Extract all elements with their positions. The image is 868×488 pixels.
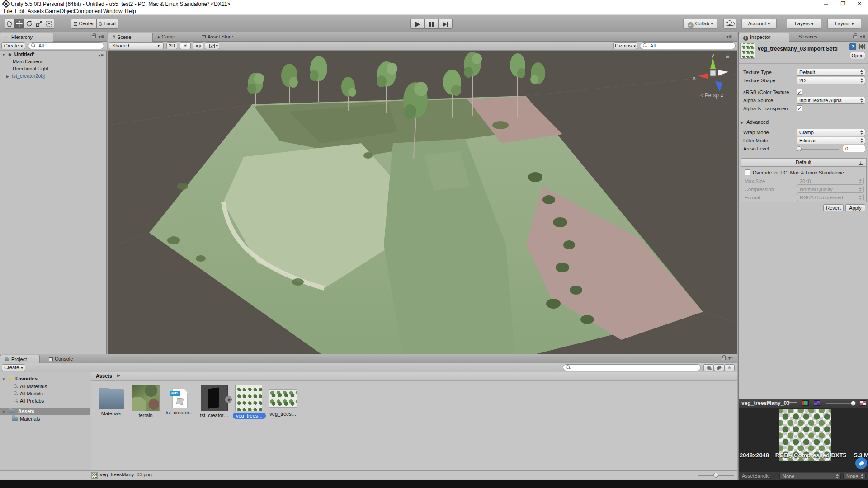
- favorite-all-prefabs[interactable]: All Prefabs: [14, 397, 44, 404]
- favorites-foldout[interactable]: Favorites: [2, 375, 38, 382]
- tab-services[interactable]: Services: [798, 33, 817, 42]
- advanced-foldout[interactable]: Advanced: [741, 118, 769, 126]
- close-button[interactable]: [853, 0, 866, 8]
- texture-shape-dropdown[interactable]: 2D: [797, 77, 865, 84]
- move-tool-button[interactable]: [14, 19, 24, 29]
- inspector-pane-menu-icon[interactable]: [860, 34, 866, 39]
- mipmap-icon[interactable]: [814, 400, 820, 406]
- hierarchy-search-input[interactable]: All: [28, 42, 104, 49]
- rotate-tool-button[interactable]: [24, 19, 34, 29]
- step-button[interactable]: [439, 19, 453, 29]
- tab-scene[interactable]: #Scene: [108, 33, 153, 42]
- favorite-all-materials[interactable]: All Materials: [14, 383, 47, 390]
- 2d-toggle-button[interactable]: 2D: [166, 42, 177, 49]
- hierarchy-item-main-camera[interactable]: Main Camera: [13, 58, 42, 65]
- menu-gameobject[interactable]: GameObject: [45, 8, 75, 14]
- audio-toggle-button[interactable]: [193, 42, 203, 49]
- projection-label[interactable]: < Persp: [700, 92, 719, 99]
- hierarchy-item-directional-light[interactable]: Directional Light: [13, 65, 48, 72]
- space-toggle-button[interactable]: Local: [97, 19, 118, 29]
- thumbnail-zoom-handle[interactable]: [713, 473, 718, 478]
- preview-header[interactable]: veg_treesMany_03: [739, 399, 868, 408]
- hierarchy-scene-row[interactable]: ◆ Untitled*: [0, 51, 107, 58]
- tab-inspector[interactable]: iInspector: [739, 33, 789, 42]
- override-checkbox[interactable]: [745, 169, 750, 175]
- revert-button[interactable]: Revert: [823, 204, 844, 211]
- minimize-button[interactable]: [819, 0, 833, 8]
- scale-tool-button[interactable]: [34, 19, 44, 29]
- asset-item-materials[interactable]: Materials: [95, 385, 127, 416]
- hierarchy-create-button[interactable]: Create: [1, 42, 25, 49]
- platform-tab-default[interactable]: Default: [741, 159, 866, 166]
- menu-component[interactable]: Component: [74, 8, 102, 14]
- mip-slider-handle[interactable]: [851, 401, 856, 406]
- gizmos-dropdown[interactable]: Gizmos: [613, 42, 637, 49]
- alpha-source-dropdown[interactable]: Input Texture Alpha: [797, 97, 865, 104]
- scene-search-input[interactable]: All: [640, 42, 736, 49]
- effects-dropdown-button[interactable]: [205, 42, 219, 49]
- tab-hierarchy[interactable]: ≔Hierarchy: [0, 33, 53, 42]
- gear-icon[interactable]: [859, 44, 865, 49]
- layers-dropdown[interactable]: Layers: [787, 19, 821, 29]
- hand-tool-button[interactable]: [5, 19, 14, 29]
- help-icon[interactable]: ?: [849, 43, 856, 50]
- expand-children-button[interactable]: [225, 396, 232, 403]
- project-subfolder-materials[interactable]: Materials: [12, 415, 40, 422]
- assetbundle-variant-dropdown[interactable]: None: [843, 473, 866, 480]
- search-by-label-button[interactable]: [714, 364, 724, 371]
- asset-labels-button[interactable]: [855, 457, 867, 469]
- rgb-channels-icon[interactable]: [802, 400, 809, 406]
- breadcrumb[interactable]: Assets: [96, 373, 112, 379]
- account-dropdown[interactable]: Account: [741, 19, 777, 29]
- scene-row-menu-icon[interactable]: [98, 52, 104, 59]
- hierarchy-pane-menu-icon[interactable]: [99, 34, 104, 39]
- asset-item-veg-trees-2[interactable]: veg_trees…: [267, 385, 299, 417]
- project-create-button[interactable]: Create: [2, 364, 25, 371]
- aniso-slider-handle[interactable]: [797, 146, 802, 151]
- open-button[interactable]: Open: [850, 52, 865, 59]
- project-lock-icon[interactable]: [722, 357, 726, 360]
- texture-type-dropdown[interactable]: Default: [797, 69, 865, 76]
- tab-game[interactable]: ●Game: [157, 33, 175, 42]
- project-root-assets[interactable]: Assets: [0, 408, 90, 415]
- hierarchy-item-prefab[interactable]: tst_creator2obj: [6, 72, 45, 80]
- search-by-type-button[interactable]: [703, 364, 714, 371]
- asset-item-mtl[interactable]: MTL tst_creator…: [164, 385, 196, 415]
- rect-tool-button[interactable]: [44, 19, 54, 29]
- inspector-lock-icon[interactable]: [853, 35, 857, 38]
- project-pane-menu-icon[interactable]: [728, 356, 734, 361]
- srgb-checkbox[interactable]: ✓: [797, 89, 802, 95]
- project-search-input[interactable]: [563, 364, 701, 371]
- alpha-transparent-checkbox[interactable]: ✓: [797, 105, 802, 111]
- scene-foldout-icon[interactable]: [2, 52, 5, 57]
- alpha-channel-icon[interactable]: [860, 400, 866, 406]
- favorite-all-models[interactable]: All Models: [14, 390, 43, 397]
- menu-file[interactable]: File: [4, 8, 12, 14]
- assetbundle-dropdown[interactable]: None: [779, 473, 841, 480]
- preview-drag-handle-icon[interactable]: [789, 402, 797, 404]
- menu-assets[interactable]: Assets: [28, 8, 44, 14]
- layout-dropdown[interactable]: Layout: [827, 19, 861, 29]
- tab-console[interactable]: Console: [49, 355, 73, 364]
- asset-item-veg-trees-selected[interactable]: veg_trees…: [233, 385, 264, 419]
- apply-button[interactable]: Apply: [845, 204, 865, 211]
- collab-button[interactable]: Collab: [683, 19, 717, 29]
- scene-viewport[interactable]: y x z < Persp: [108, 51, 737, 354]
- play-button[interactable]: [410, 19, 425, 29]
- tab-project[interactable]: Project: [0, 355, 40, 363]
- menu-edit[interactable]: Edit: [15, 8, 24, 14]
- prefab-foldout-icon[interactable]: [6, 73, 9, 79]
- menu-help[interactable]: Help: [125, 8, 136, 14]
- aniso-slider[interactable]: [797, 149, 839, 150]
- pivot-toggle-button[interactable]: Center: [71, 19, 97, 29]
- hierarchy-lock-icon[interactable]: [92, 35, 96, 38]
- scene-orientation-gizmo[interactable]: y x z: [689, 52, 737, 97]
- asset-item-terrain[interactable]: terrain: [130, 385, 161, 418]
- lighting-toggle-button[interactable]: ☀: [180, 42, 191, 49]
- search-favorites-button[interactable]: ★: [724, 364, 735, 371]
- shading-mode-dropdown[interactable]: Shaded: [109, 42, 164, 49]
- filter-mode-dropdown[interactable]: Bilinear: [797, 137, 865, 144]
- scene-pane-menu-icon[interactable]: [726, 34, 732, 39]
- asset-item-model[interactable]: tst_creator…: [198, 385, 230, 418]
- restore-button[interactable]: [836, 0, 850, 8]
